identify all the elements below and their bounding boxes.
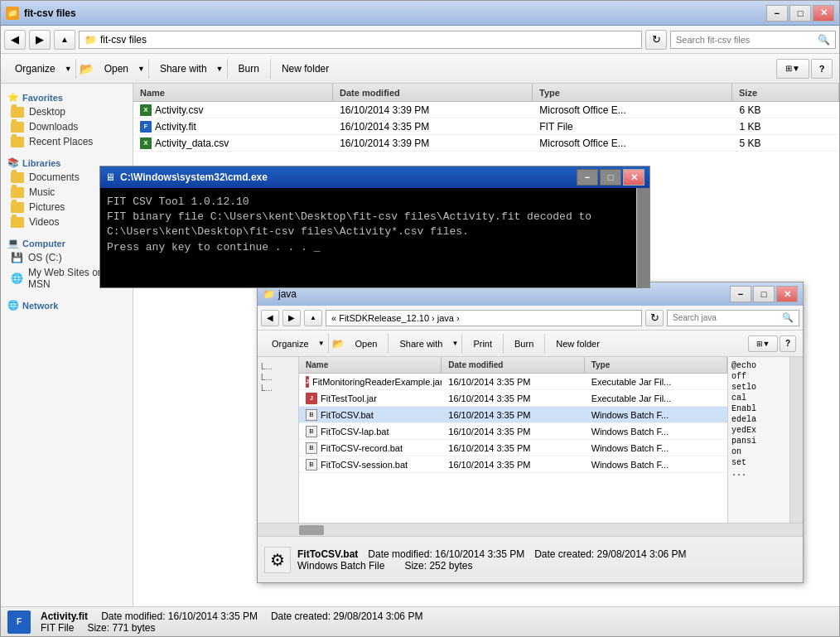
address-box[interactable]: 📁 fit-csv files bbox=[79, 31, 642, 49]
second-burn-button[interactable]: Burn bbox=[507, 334, 541, 354]
cmd-title-text: C:\Windows\system32\cmd.exe bbox=[120, 171, 577, 183]
view-options-button[interactable]: ⊞▼ bbox=[776, 59, 809, 79]
sidebar-item-downloads[interactable]: Downloads bbox=[4, 119, 129, 134]
new-folder-button[interactable]: New folder bbox=[274, 57, 336, 80]
selected-file-icon: ⚙ bbox=[264, 547, 291, 573]
second-file-row-fittocsv-lap[interactable]: B FitToCSV-lap.bat 16/10/2014 3:35 PM Wi… bbox=[299, 423, 727, 440]
second-refresh-button[interactable]: ↻ bbox=[645, 310, 664, 326]
second-file-row-fittocsv-session[interactable]: B FitToCSV-session.bat 16/10/2014 3:35 P… bbox=[299, 456, 727, 473]
second-maximize-button[interactable]: □ bbox=[753, 286, 775, 302]
second-open-button[interactable]: Open bbox=[348, 334, 385, 354]
file-row-activity-fit[interactable]: F Activity.fit 16/10/2014 3:35 PM FIT Fi… bbox=[133, 118, 839, 135]
second-search-box[interactable]: 🔍 bbox=[667, 310, 799, 326]
right-panel-text: @echo off setlo cal Enabl edela yedEx pa… bbox=[731, 360, 786, 479]
share-dropdown-icon: ▼ bbox=[216, 65, 224, 73]
col-date[interactable]: Date modified bbox=[333, 84, 533, 101]
search-input[interactable] bbox=[676, 35, 814, 45]
back-button[interactable]: ◀ bbox=[4, 30, 26, 50]
col-name[interactable]: Name bbox=[133, 84, 333, 101]
file-date-modified: 16/10/2014 3:35 PM bbox=[333, 121, 533, 133]
network-section: 🌐 Network bbox=[4, 298, 129, 312]
second-col-date[interactable]: Date modified bbox=[442, 357, 584, 373]
minimize-button[interactable]: − bbox=[766, 5, 788, 22]
cmd-minimize-button[interactable]: − bbox=[577, 169, 598, 186]
cmd-maximize-button[interactable]: □ bbox=[600, 169, 621, 186]
cmd-scrollbar[interactable] bbox=[636, 188, 649, 287]
selected-file-size: Size: 252 bytes bbox=[404, 560, 472, 572]
second-file-row-fitmonitoring[interactable]: J FitMonitoringReaderExample.jar 16/10/2… bbox=[299, 374, 727, 390]
help-button[interactable]: ? bbox=[811, 59, 833, 79]
second-content-area: L... L... L... Name Date modified Type J… bbox=[258, 357, 803, 523]
folder-icon-small: 📁 bbox=[84, 34, 97, 46]
file-row-activity-csv[interactable]: X Activity.csv 16/10/2014 3:39 PM Micros… bbox=[133, 102, 839, 118]
main-title-bar: 📁 fit-csv files − □ ✕ bbox=[1, 1, 839, 26]
second-minimize-button[interactable]: − bbox=[730, 286, 751, 302]
col-size[interactable]: Size bbox=[732, 84, 839, 101]
second-col-name[interactable]: Name bbox=[299, 357, 442, 373]
sidebar-item-recent-places[interactable]: Recent Places bbox=[4, 134, 129, 149]
second-sidebar-item-2[interactable]: L... bbox=[261, 373, 295, 382]
bat-icon-4: B bbox=[306, 459, 317, 471]
second-window-title: java bbox=[278, 288, 297, 300]
file-type: Windows Batch F... bbox=[585, 443, 727, 453]
search-icon: 🔍 bbox=[818, 34, 830, 46]
main-title-controls: − □ ✕ bbox=[766, 5, 834, 22]
share-with-button[interactable]: Share with bbox=[152, 57, 215, 80]
second-sidebar-item-1[interactable]: L... bbox=[261, 362, 295, 371]
cmd-close-button[interactable]: ✕ bbox=[623, 169, 644, 186]
open-dropdown-icon: ▼ bbox=[138, 65, 145, 73]
selected-date-created: Date created: 29/08/2014 3:06 PM bbox=[534, 548, 686, 560]
second-v-scrollbar[interactable] bbox=[789, 357, 803, 523]
refresh-button[interactable]: ↻ bbox=[645, 30, 667, 50]
second-file-row-fittocsv-record[interactable]: B FitToCSV-record.bat 16/10/2014 3:35 PM… bbox=[299, 440, 727, 456]
second-new-folder-button[interactable]: New folder bbox=[548, 334, 607, 354]
second-forward-button[interactable]: ▶ bbox=[282, 310, 301, 326]
second-back-button[interactable]: ◀ bbox=[261, 310, 279, 326]
organize-button[interactable]: Organize bbox=[7, 57, 63, 80]
second-address-box[interactable]: « FitSDKRelease_12.10 › java › bbox=[326, 310, 642, 326]
toolbar-separator-4 bbox=[270, 59, 271, 79]
status-file-name: Activity.fit bbox=[41, 610, 88, 622]
maximize-button[interactable]: □ bbox=[789, 5, 811, 22]
main-status-bar: F Activity.fit Date modified: 16/10/2014… bbox=[1, 606, 839, 636]
web-icon: 🌐 bbox=[11, 273, 23, 284]
second-sidebar-item-3[interactable]: L... bbox=[261, 384, 295, 393]
burn-button[interactable]: Burn bbox=[231, 57, 267, 80]
second-breadcrumb: « FitSDKRelease_12.10 › java › bbox=[331, 313, 460, 323]
folder-icon-music bbox=[11, 187, 24, 198]
second-col-type[interactable]: Type bbox=[585, 357, 727, 373]
close-button[interactable]: ✕ bbox=[813, 5, 834, 22]
second-file-row-fittesttool[interactable]: J FitTestTool.jar 16/10/2014 3:35 PM Exe… bbox=[299, 390, 727, 407]
file-type: FIT File bbox=[533, 121, 732, 133]
second-h-scrollbar[interactable] bbox=[258, 523, 803, 536]
second-close-button[interactable]: ✕ bbox=[776, 286, 798, 302]
forward-button[interactable]: ▶ bbox=[29, 30, 51, 50]
file-name: FitMonitoringReaderExample.jar bbox=[312, 377, 442, 387]
second-help-button[interactable]: ? bbox=[780, 335, 796, 352]
cmd-title-bar: 🖥 C:\Windows\system32\cmd.exe − □ ✕ bbox=[100, 166, 649, 188]
file-name: Activity.csv bbox=[155, 104, 203, 116]
second-up-button[interactable]: ▲ bbox=[304, 310, 322, 326]
second-search-input[interactable] bbox=[673, 313, 779, 322]
jar-icon-1: J bbox=[306, 376, 309, 388]
h-scrollbar-thumb[interactable] bbox=[299, 525, 324, 535]
second-file-row-fittocsv-bat[interactable]: B FitToCSV.bat 16/10/2014 3:35 PM Window… bbox=[299, 407, 727, 423]
search-box[interactable]: 🔍 bbox=[670, 31, 836, 49]
file-date: 16/10/2014 3:35 PM bbox=[442, 427, 584, 437]
file-row-activity-data-csv[interactable]: X Activity_data.csv 16/10/2014 3:39 PM M… bbox=[133, 135, 839, 152]
second-share-button[interactable]: Share with bbox=[392, 334, 450, 354]
computer-icon: 💻 bbox=[7, 238, 19, 249]
open-button[interactable]: Open bbox=[97, 57, 136, 80]
second-organize-button[interactable]: Organize bbox=[264, 334, 316, 354]
status-date-created: Date created: 29/08/2014 3:06 PM bbox=[271, 610, 422, 622]
favorites-section: ⭐ Favorites Desktop Downloads Recent Pla… bbox=[4, 90, 129, 149]
toolbar-separator-1 bbox=[75, 59, 76, 79]
second-print-button[interactable]: Print bbox=[466, 334, 500, 354]
file-type: Windows Batch F... bbox=[585, 427, 727, 437]
bat-icon-3: B bbox=[306, 442, 317, 454]
second-status-bar: ⚙ FitToCSV.bat Date modified: 16/10/2014… bbox=[258, 536, 803, 582]
up-button[interactable]: ▲ bbox=[54, 30, 75, 50]
sidebar-item-desktop[interactable]: Desktop bbox=[4, 104, 129, 119]
col-type[interactable]: Type bbox=[533, 84, 732, 101]
second-view-options[interactable]: ⊞▼ bbox=[748, 335, 778, 352]
